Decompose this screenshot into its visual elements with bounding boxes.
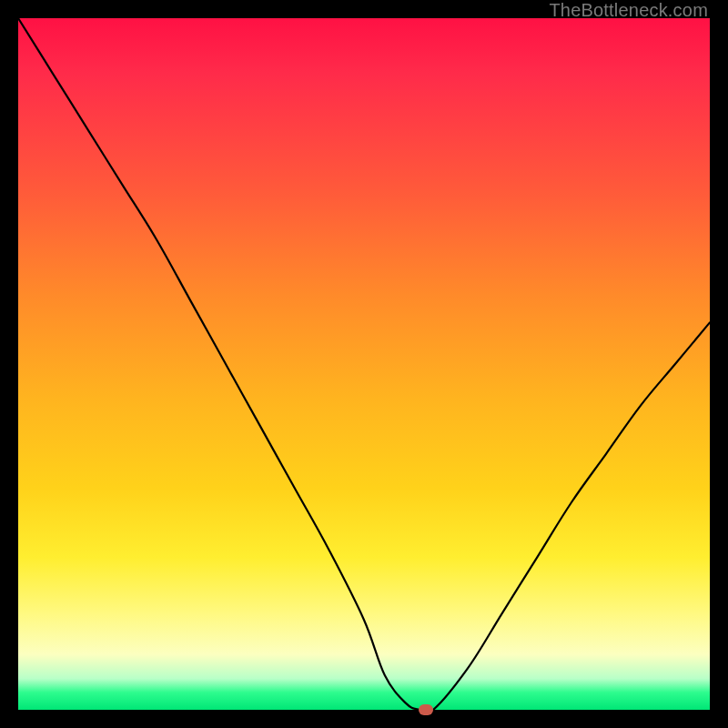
plot-area (18, 18, 710, 710)
chart-frame: TheBottleneck.com (0, 0, 728, 728)
bottleneck-curve (18, 18, 710, 710)
minimum-marker (419, 704, 433, 715)
